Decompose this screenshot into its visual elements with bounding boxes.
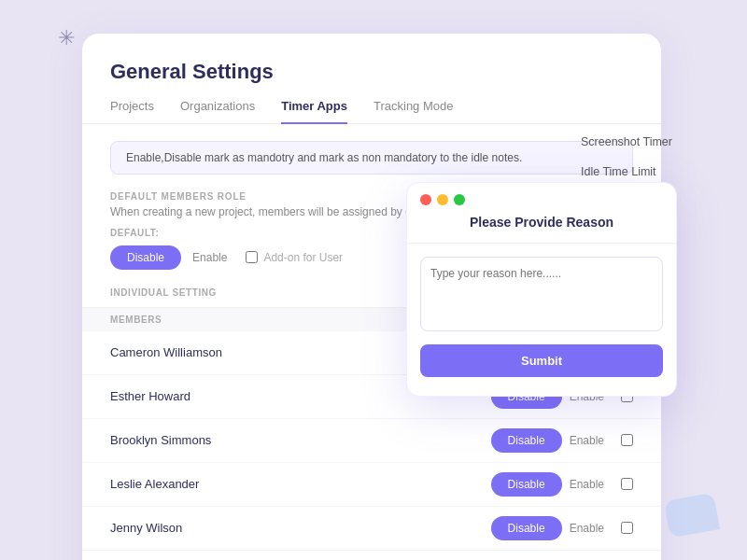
member-enable-button[interactable]: Enable [570, 434, 604, 447]
tab-projects[interactable]: Projects [110, 99, 154, 124]
decorative-bubble [664, 493, 720, 539]
member-name: Brooklyn Simmons [110, 433, 491, 447]
member-checkbox[interactable] [621, 434, 633, 446]
individual-label: INDIVIDUAL SETTING [110, 287, 217, 298]
addon-checkbox[interactable] [246, 251, 258, 263]
enable-button[interactable]: Enable [192, 251, 227, 264]
modal-title: Please Provide Reason [407, 213, 676, 244]
table-row: Savannah Nguyen Disable Enable Add-on fo… [82, 551, 661, 561]
tab-timer-apps[interactable]: Timer Apps [281, 99, 347, 124]
table-row: Brooklyn Simmons Disable Enable [82, 419, 661, 463]
member-actions: Disable Enable [491, 516, 633, 540]
member-enable-button[interactable]: Enable [570, 478, 604, 491]
reason-modal: Please Provide Reason Sumbit [406, 182, 677, 397]
member-enable-button[interactable]: Enable [570, 522, 604, 535]
submit-button[interactable]: Sumbit [420, 344, 663, 377]
disable-button[interactable]: Disable [110, 245, 181, 270]
member-name: Jenny Wilson [110, 521, 491, 535]
tab-tracking-mode[interactable]: Tracking Mode [374, 99, 454, 124]
member-disable-button[interactable]: Disable [491, 516, 562, 540]
star-icon: ✳ [58, 26, 75, 50]
sidebar-item-screenshot-timer[interactable]: Screenshot Timer [570, 127, 708, 157]
tab-organizations[interactable]: Organizations [180, 99, 255, 124]
table-row: Leslie Alexander Disable Enable [82, 463, 661, 507]
addon-checkbox-row: Add-on for User [246, 251, 343, 264]
member-actions: Disable Enable [491, 472, 633, 497]
traffic-dot-green [454, 194, 465, 205]
traffic-dot-yellow [437, 194, 448, 205]
member-checkbox[interactable] [621, 478, 633, 490]
modal-traffic-lights [407, 183, 676, 213]
member-name: Leslie Alexander [110, 477, 491, 491]
traffic-dot-red [420, 194, 431, 205]
member-checkbox[interactable] [621, 522, 633, 534]
member-actions: Disable Enable [491, 428, 633, 453]
member-disable-button[interactable]: Disable [491, 428, 562, 453]
addon-label: Add-on for User [263, 251, 343, 264]
info-banner: Enable,Disable mark as mandotry and mark… [110, 141, 633, 175]
table-row: Jenny Wilson Disable Enable [82, 507, 661, 551]
member-disable-button[interactable]: Disable [491, 472, 562, 497]
reason-textarea[interactable] [420, 257, 663, 331]
